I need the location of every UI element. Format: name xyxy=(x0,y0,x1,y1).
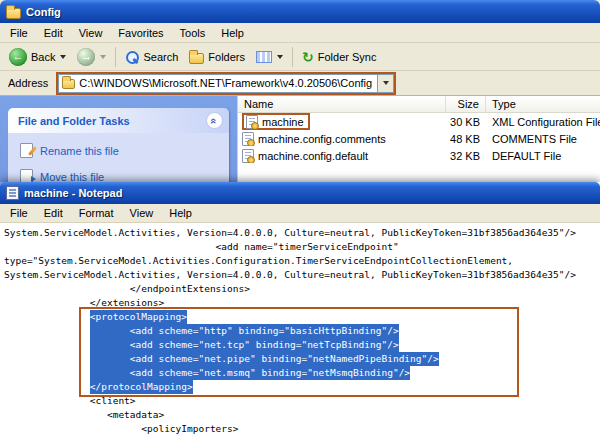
task-label: Rename this file xyxy=(40,145,119,157)
views-button[interactable] xyxy=(251,45,288,69)
views-icon xyxy=(256,51,272,63)
code-line: </protocolMapping> xyxy=(4,380,600,394)
file-row-machine-config-comments[interactable]: machine.config.comments 48 KB COMMENTS F… xyxy=(238,130,600,147)
folder-sync-icon xyxy=(302,50,314,64)
notepad-icon xyxy=(6,186,19,200)
back-icon xyxy=(9,48,27,66)
list-header: Name Size Type xyxy=(238,96,600,113)
toolbar-separator xyxy=(115,47,116,67)
address-label: Address xyxy=(4,77,52,89)
search-button[interactable]: Search xyxy=(120,45,183,69)
task-rename-file[interactable]: Rename this file xyxy=(20,143,221,158)
collapse-chevron-icon[interactable] xyxy=(206,112,223,129)
file-size: 48 KB xyxy=(446,133,486,145)
code-indent xyxy=(4,325,90,336)
column-header-type[interactable]: Type xyxy=(486,96,600,112)
file-name-cell: machine xyxy=(238,113,446,130)
code-line: </extensions> xyxy=(4,296,600,310)
toolbar-separator xyxy=(292,47,293,67)
column-header-size[interactable]: Size xyxy=(446,96,486,112)
file-name: machine xyxy=(262,116,304,128)
search-icon xyxy=(125,50,139,64)
selected-code: <add scheme="net.tcp" binding="netTcpBin… xyxy=(90,338,399,352)
code-line: <add scheme="net.pipe" binding="netNamed… xyxy=(4,352,600,366)
file-type: XML Configuration File xyxy=(486,116,600,128)
notepad-menu-edit[interactable]: Edit xyxy=(36,205,71,221)
default-file-icon xyxy=(242,149,254,163)
code-indent xyxy=(4,339,90,350)
folder-icon xyxy=(6,8,21,19)
notepad-window: machine - Notepad File Edit Format View … xyxy=(0,182,600,438)
xml-config-file-icon xyxy=(246,115,258,129)
code-indent xyxy=(4,353,90,364)
file-row-machine-config-default[interactable]: machine.config.default 32 KB DEFAULT Fil… xyxy=(238,147,600,164)
task-label: Move this file xyxy=(40,171,104,183)
explorer-title: Config xyxy=(26,6,61,18)
code-line: type="System.ServiceModel.Activities.Con… xyxy=(4,254,600,268)
code-line: <add scheme="net.tcp" binding="netTcpBin… xyxy=(4,338,600,352)
code-line: <metadata> xyxy=(4,408,600,422)
forward-button[interactable] xyxy=(72,45,111,69)
file-row-machine[interactable]: machine 30 KB XML Configuration File xyxy=(238,113,600,130)
notepad-text-area[interactable]: System.ServiceModel.Activities, Version=… xyxy=(0,223,600,438)
search-label: Search xyxy=(143,51,178,63)
file-size: 30 KB xyxy=(446,116,486,128)
back-button[interactable]: Back xyxy=(4,45,71,69)
file-name: machine.config.default xyxy=(258,150,368,162)
selected-code: <add scheme="net.pipe" binding="netNamed… xyxy=(90,352,439,366)
menu-view[interactable]: View xyxy=(71,25,111,41)
views-dropdown-arrow[interactable] xyxy=(277,55,283,59)
file-folder-tasks-title: File and Folder Tasks xyxy=(18,115,130,127)
menu-tools[interactable]: Tools xyxy=(172,25,214,41)
code-line: <protocolMapping> xyxy=(4,310,600,324)
menu-file[interactable]: File xyxy=(2,25,36,41)
back-label: Back xyxy=(31,51,55,63)
notepad-menu-file[interactable]: File xyxy=(2,205,36,221)
back-dropdown-arrow[interactable] xyxy=(60,55,66,59)
address-dropdown-button[interactable] xyxy=(377,75,393,92)
selected-code: <add scheme="http" binding="basicHttpBin… xyxy=(90,324,399,338)
code-line: <add scheme="net.msmq" binding="netMsmqB… xyxy=(4,366,600,380)
file-name-cell: machine.config.comments xyxy=(238,132,446,146)
folder-sync-button[interactable]: Folder Sync xyxy=(297,45,381,69)
comments-file-icon xyxy=(242,132,254,146)
folders-label: Folders xyxy=(208,51,245,63)
address-bar: Address C:\WINDOWS\Microsoft.NET\Framewo… xyxy=(0,71,600,96)
folders-button[interactable]: Folders xyxy=(184,45,250,69)
address-path: C:\WINDOWS\Microsoft.NET\Framework\v4.0.… xyxy=(79,77,373,89)
machine-annotation-box: machine xyxy=(242,113,310,130)
address-annotation-box: C:\WINDOWS\Microsoft.NET\Framework\v4.0.… xyxy=(56,72,396,95)
notepad-menu-help[interactable]: Help xyxy=(161,205,200,221)
notepad-titlebar[interactable]: machine - Notepad xyxy=(0,182,600,204)
notepad-title: machine - Notepad xyxy=(24,187,122,199)
code-line: <policyImporters> xyxy=(4,422,600,436)
notepad-menu-view[interactable]: View xyxy=(122,205,162,221)
explorer-titlebar[interactable]: Config xyxy=(0,0,600,23)
menu-help[interactable]: Help xyxy=(213,25,252,41)
file-name-cell: machine.config.default xyxy=(238,149,446,163)
file-folder-tasks-header[interactable]: File and Folder Tasks xyxy=(8,108,229,133)
code-line: System.ServiceModel.Activities, Version=… xyxy=(4,226,600,240)
selected-code: <protocolMapping> xyxy=(90,310,187,324)
explorer-toolbar: Back Search Folders Folder Sync xyxy=(0,43,600,71)
code-line: <add scheme="http" binding="basicHttpBin… xyxy=(4,324,600,338)
file-name: machine.config.comments xyxy=(258,133,386,145)
code-line: </endpointExtensions> xyxy=(4,282,600,296)
code-line: <add name="timerServiceEndpoint" xyxy=(4,240,600,254)
code-line: <client> xyxy=(4,394,600,408)
folders-icon xyxy=(189,53,204,64)
address-folder-icon xyxy=(62,79,75,89)
menu-favorites[interactable]: Favorites xyxy=(110,25,171,41)
notepad-menu-format[interactable]: Format xyxy=(71,205,122,221)
file-size: 32 KB xyxy=(446,150,486,162)
address-input[interactable]: C:\WINDOWS\Microsoft.NET\Framework\v4.0.… xyxy=(58,74,394,93)
forward-dropdown-arrow xyxy=(100,55,106,59)
notepad-menubar: File Edit Format View Help xyxy=(0,204,600,223)
rename-icon xyxy=(20,143,33,158)
code-indent xyxy=(4,381,90,392)
file-type: COMMENTS File xyxy=(486,133,600,145)
selected-code: </protocolMapping> xyxy=(90,380,193,394)
file-type: DEFAULT File xyxy=(486,150,600,162)
menu-edit[interactable]: Edit xyxy=(36,25,71,41)
column-header-name[interactable]: Name xyxy=(238,96,446,112)
